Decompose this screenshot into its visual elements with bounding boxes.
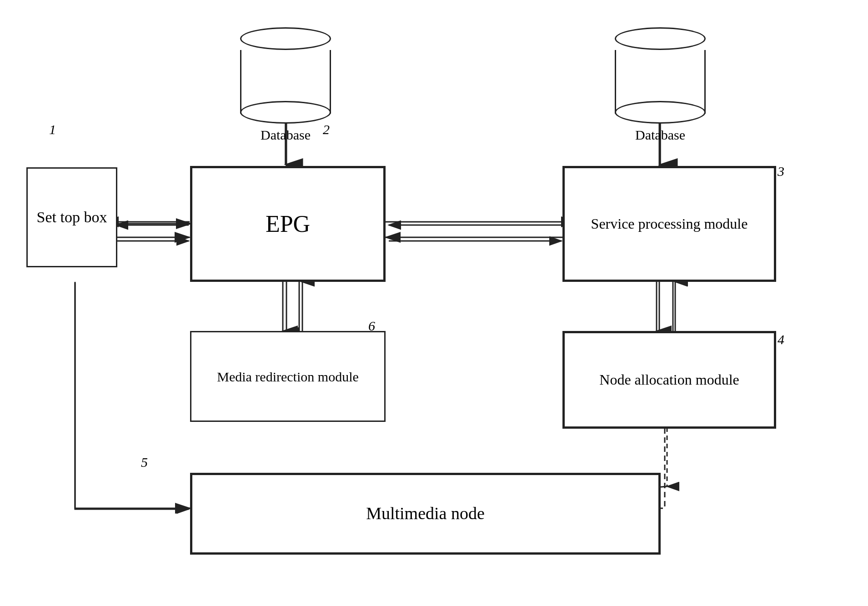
cylinder-2-bottom xyxy=(615,101,706,124)
diagram-container: 1 2 3 4 5 6 Database Database Set top bo… xyxy=(0,0,868,606)
label-5: 5 xyxy=(141,455,148,470)
database-1-label: Database xyxy=(261,127,311,143)
cylinder-1-top xyxy=(240,27,331,50)
cylinder-2-top xyxy=(615,27,706,50)
label-3: 3 xyxy=(778,164,784,179)
cylinder-2-body xyxy=(615,50,706,114)
multimedia-node-box: Multimedia node xyxy=(190,473,661,555)
cylinder-1-body xyxy=(240,50,331,114)
database-1-cylinder xyxy=(240,27,331,114)
database-1-wrapper: Database xyxy=(240,27,331,143)
set-top-box: Set top box xyxy=(26,167,117,267)
cylinder-1-bottom xyxy=(240,101,331,124)
label-1: 1 xyxy=(49,122,56,137)
database-2-cylinder xyxy=(615,27,706,114)
media-redirection-box: Media redirection module xyxy=(190,331,386,422)
database-2-label: Database xyxy=(635,127,685,143)
label-4: 4 xyxy=(778,332,784,347)
database-2-wrapper: Database xyxy=(615,27,706,143)
service-processing-box: Service processing module xyxy=(562,166,776,282)
epg-box: EPG xyxy=(190,166,386,282)
node-allocation-box: Node allocation module xyxy=(562,331,776,429)
